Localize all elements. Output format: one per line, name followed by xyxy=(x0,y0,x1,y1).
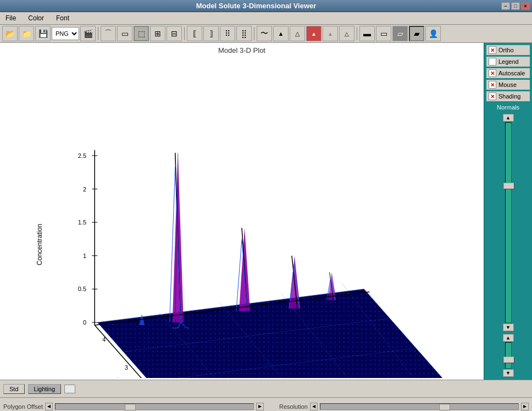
legend-row: Legend xyxy=(486,57,530,67)
save-button[interactable]: 💾 xyxy=(35,26,51,41)
svg-text:1.5: 1.5 xyxy=(78,219,86,226)
scroll-left-button[interactable]: ◀ xyxy=(45,403,53,410)
svg-text:0.5: 0.5 xyxy=(78,286,86,292)
tri4-button[interactable]: ▲ xyxy=(323,26,338,41)
toolbar: 📂 📁 💾 PNG 🎬 ⌒ ▭ ⬚ ⊞ ⊟ ⟦ ⟧ ⠿ ⣿ 〜 ▲ △ ▲ ▲ … xyxy=(0,25,532,43)
svg-text:1: 1 xyxy=(83,253,86,259)
svg-text:Concentration: Concentration xyxy=(36,224,43,265)
legend-checkbox[interactable] xyxy=(489,58,496,65)
grid2-button[interactable]: ⊟ xyxy=(167,26,182,41)
autoscale-label[interactable]: Autoscale xyxy=(498,70,525,76)
parallelogram-button[interactable]: ▱ xyxy=(392,26,408,41)
ortho-label[interactable]: Ortho xyxy=(498,47,514,53)
resolution-thumb[interactable] xyxy=(439,404,450,410)
rect-button[interactable]: ▭ xyxy=(117,26,132,41)
person-button[interactable]: 👤 xyxy=(425,26,441,41)
right-panel: ✕ Ortho Legend ✕ Autoscale ✕ Mouse ✕ Sha… xyxy=(484,43,532,380)
normals-slider-track[interactable] xyxy=(505,122,512,323)
film-button[interactable]: 🎬 xyxy=(80,26,96,41)
std-button[interactable]: Std xyxy=(3,384,25,394)
scroll-right-button[interactable]: ▶ xyxy=(256,403,264,410)
grid1-button[interactable]: ⊞ xyxy=(150,26,165,41)
plot-title: Model 3-D Plot xyxy=(0,43,484,56)
toolbar-separator-4 xyxy=(357,27,357,40)
lighting-button[interactable]: Lighting xyxy=(28,384,62,394)
shading-checkbox[interactable]: ✕ xyxy=(489,92,496,100)
wave-button[interactable]: 〜 xyxy=(257,26,272,41)
tri1-button[interactable]: ▲ xyxy=(273,26,289,41)
slider-up-button[interactable]: ▲ xyxy=(503,114,514,122)
svg-text:2: 2 xyxy=(83,186,86,193)
open-file-button[interactable]: 📁 xyxy=(19,26,34,41)
mouse-row: ✕ Mouse xyxy=(486,80,530,90)
second-slider-area: ▲ ▼ xyxy=(486,333,530,377)
slider2-down-button[interactable]: ▼ xyxy=(503,369,514,377)
polygon-offset-thumb[interactable] xyxy=(125,404,136,410)
normals-label: Normals xyxy=(486,103,530,112)
flat1-button[interactable]: ▬ xyxy=(359,26,375,41)
toolbar-separator-3 xyxy=(254,27,254,40)
title-bar: Model Solute 3-Dimensional Viewer − □ × xyxy=(0,0,532,12)
bracket-left-button[interactable]: ⟦ xyxy=(187,26,202,41)
menu-color[interactable]: Color xyxy=(25,13,47,23)
plot-canvas[interactable]: 0 0.5 1 1.5 2 2.5 Concentration 0 2 4 6 xyxy=(0,56,484,378)
resolution-label: Resolution xyxy=(279,403,308,410)
toolbar-separator-2 xyxy=(184,27,185,40)
resolution-track[interactable] xyxy=(320,403,519,410)
shading-row: ✕ Shading xyxy=(486,91,530,101)
slider-down-button[interactable]: ▼ xyxy=(503,324,514,331)
format-select[interactable]: PNG xyxy=(52,27,79,40)
tri2-button[interactable]: △ xyxy=(290,26,305,41)
second-slider-track[interactable] xyxy=(505,342,512,369)
mouse-label[interactable]: Mouse xyxy=(498,81,517,88)
polygon-offset-label: Polygon Offset xyxy=(3,403,43,410)
plot-svg: 0 0.5 1 1.5 2 2.5 Concentration 0 2 4 6 xyxy=(0,56,484,378)
ortho-row: ✕ Ortho xyxy=(486,45,530,55)
maximize-button[interactable]: □ xyxy=(511,2,520,10)
ortho-checkbox[interactable]: ✕ xyxy=(489,46,496,54)
slider2-up-button[interactable]: ▲ xyxy=(503,334,514,342)
minimize-button[interactable]: − xyxy=(501,2,510,10)
window-controls[interactable]: − □ × xyxy=(501,2,532,10)
bottom-bar: Std Lighting xyxy=(0,380,532,397)
polygon-offset-track[interactable] xyxy=(55,403,254,410)
resolution-left-button[interactable]: ◀ xyxy=(310,403,318,410)
menu-font[interactable]: Font xyxy=(53,13,73,23)
tri3-button[interactable]: ▲ xyxy=(306,26,322,41)
color-swatch[interactable] xyxy=(64,385,75,393)
open-folder-button[interactable]: 📂 xyxy=(2,26,18,41)
shading-label[interactable]: Shading xyxy=(498,93,520,100)
legend-label[interactable]: Legend xyxy=(498,58,519,65)
dots1-button[interactable]: ⠿ xyxy=(220,26,235,41)
normals-slider-area: ▲ ▼ xyxy=(486,113,530,332)
main-area: Model 3-D Plot xyxy=(0,43,532,380)
toolbar-separator-1 xyxy=(98,27,98,40)
dashed-rect-button[interactable]: ⬚ xyxy=(134,26,149,41)
dots2-button[interactable]: ⣿ xyxy=(236,26,252,41)
window-title: Model Solute 3-Dimensional Viewer xyxy=(11,2,501,10)
svg-text:0: 0 xyxy=(83,319,86,326)
close-button[interactable]: × xyxy=(521,2,530,10)
autoscale-row: ✕ Autoscale xyxy=(486,68,530,78)
curve-button[interactable]: ⌒ xyxy=(101,26,116,41)
menu-bar: File Color Font xyxy=(0,12,532,25)
mouse-checkbox[interactable]: ✕ xyxy=(489,81,496,89)
normals-slider-thumb[interactable] xyxy=(503,183,514,189)
autoscale-checkbox[interactable]: ✕ xyxy=(489,69,496,77)
resolution-right-button[interactable]: ▶ xyxy=(521,403,529,410)
menu-file[interactable]: File xyxy=(2,13,19,23)
plot-area: Model 3-D Plot xyxy=(0,43,484,380)
svg-text:4: 4 xyxy=(102,336,106,343)
scrollbar-area: Polygon Offset ◀ ▶ Resolution ◀ ▶ xyxy=(0,397,532,411)
svg-text:3: 3 xyxy=(125,364,128,371)
svg-text:2.5: 2.5 xyxy=(78,152,86,159)
flat2-button[interactable]: ▭ xyxy=(376,26,391,41)
second-slider-thumb[interactable] xyxy=(503,357,514,363)
bracket-right-button[interactable]: ⟧ xyxy=(203,26,219,41)
tri5-button[interactable]: △ xyxy=(339,26,354,41)
active-view-button[interactable]: ▰ xyxy=(409,26,424,41)
